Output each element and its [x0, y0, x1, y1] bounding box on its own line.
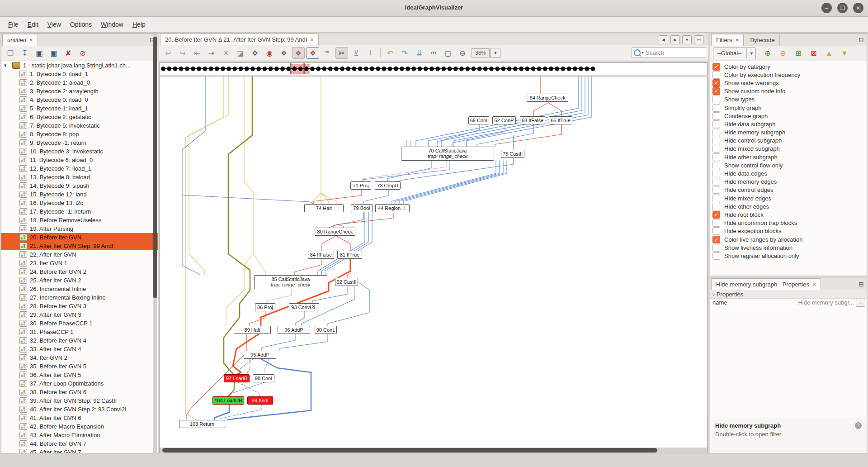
move-filter-down-icon[interactable]: ▼	[838, 48, 851, 59]
pan-mode-icon[interactable]: ✥	[249, 47, 261, 59]
extract-nodes-icon[interactable]: ◉	[263, 47, 276, 59]
tree-item[interactable]: 6. Bytecode 2: getstatic	[1, 113, 158, 121]
filter-item-color-by-execution-frequency[interactable]: Color by execution frequency	[710, 71, 867, 79]
checkbox-icon[interactable]	[712, 129, 720, 136]
remove-filter-set-icon[interactable]: ⊖	[777, 48, 789, 59]
color-cluster-view-icon[interactable]: ❖	[307, 47, 319, 59]
graph-node-78-cmpu[interactable]: 78 CmpU	[375, 181, 401, 190]
filter-scope-combobox[interactable]: --Global-- ▼	[713, 48, 756, 59]
minimize-panel-icon[interactable]: ⊟	[859, 36, 864, 43]
filter-item-condense-graph[interactable]: Condense graph	[710, 112, 867, 120]
tree-item[interactable]: 18. Before RemoveUseless	[1, 216, 158, 224]
filter-item-simplify-graph[interactable]: Simplify graph	[710, 104, 867, 112]
undo-icon[interactable]: ↶	[384, 47, 396, 59]
filter-item-show-custom-node-info[interactable]: ✓Show custom node info	[710, 87, 867, 95]
graph-node-44-region[interactable]: 44 Region⚠	[375, 204, 410, 212]
tree-item[interactable]: 28. Before Iter GVN 3	[1, 302, 158, 310]
filter-item-hide-other-subgraph[interactable]: Hide other subgraph	[710, 153, 867, 161]
rectangle-select-icon[interactable]: ▢	[442, 47, 454, 59]
tree-item[interactable]: 10. Bytecode 3: invokestatic	[1, 147, 158, 156]
filter-item-hide-data-subgraph[interactable]: Hide data subgraph	[710, 120, 867, 128]
new-filter-icon[interactable]: ⊞	[792, 48, 805, 59]
tree-item[interactable]: 43. After Macro Elimination	[1, 431, 158, 439]
search-input[interactable]: ▾Search	[632, 48, 706, 57]
filter-item-show-node-warnings[interactable]: ✓Show node warnings	[710, 79, 867, 87]
checkbox-icon[interactable]: ✓	[712, 87, 720, 95]
tree-item[interactable]: 26. Incremental Inline	[1, 285, 158, 293]
tree-item[interactable]: 1. Bytecode 0: iload_1	[1, 70, 158, 78]
graph-node-98-coni[interactable]: 98 ConI	[253, 374, 274, 382]
tree-item[interactable]: 13. Bytecode 8: baload	[1, 173, 158, 181]
graph-node-90-conl[interactable]: 90 ConL	[315, 326, 337, 334]
zoom-combobox[interactable]: 36%▼	[472, 48, 500, 58]
checkbox-icon[interactable]	[712, 153, 720, 161]
tree-item[interactable]: 16. Bytecode 13: i2c	[1, 199, 158, 207]
save-icon[interactable]: ▣	[33, 48, 46, 59]
graph-node-65-iftrue[interactable]: 65 IfTrue	[549, 116, 572, 124]
tree-item[interactable]: 3. Bytecode 2: arraylength	[1, 87, 158, 95]
canvas-hscrollbar[interactable]	[160, 448, 707, 453]
tree-item[interactable]: 36. After Iter GVN 5	[1, 371, 158, 379]
graph-node-86-proj[interactable]: 86 Proj	[255, 303, 275, 311]
menu-edit[interactable]: Edit	[23, 19, 43, 30]
tab-untitled[interactable]: untitled ×	[2, 34, 38, 46]
close-icon[interactable]: ×	[735, 37, 739, 43]
tree-item[interactable]: 14. Bytecode 9: sipush	[1, 181, 158, 190]
filter-item-show-control-flow-only[interactable]: Show control flow only	[710, 161, 867, 169]
tree-item[interactable]: 22. After Iter GVN	[1, 250, 158, 259]
properties-section-header[interactable]: ▽ Properties	[710, 290, 867, 299]
graph-node-71-proj[interactable]: 71 Proj	[350, 181, 371, 190]
edit-value-button[interactable]: ...	[856, 299, 865, 307]
interference-view-icon[interactable]: I	[364, 47, 377, 59]
filter-item-show-liveness-information[interactable]: Show liveness information	[710, 243, 867, 252]
filter-item-hide-data-edges[interactable]: Hide data edges	[710, 169, 867, 177]
checkbox-icon[interactable]	[712, 95, 720, 103]
import-graph-icon[interactable]: ↧	[19, 48, 31, 59]
diff-timeline[interactable]	[159, 62, 708, 75]
checkbox-icon[interactable]	[712, 178, 720, 186]
graph-node-64-rangecheck[interactable]: 64 RangeCheck	[527, 94, 568, 102]
tab-filters[interactable]: Filters ×	[711, 34, 744, 46]
graph-node-80-rangecheck[interactable]: 80 RangeCheck	[315, 228, 355, 236]
tree-item[interactable]: 42. Before Macro Expansion	[1, 422, 158, 431]
filter-item-show-register-allocation-only[interactable]: Show register allocation only	[710, 252, 867, 260]
property-row[interactable]: name Hide memory subgr... ...	[710, 298, 867, 307]
checkbox-icon[interactable]	[712, 186, 720, 194]
maximize-button[interactable]: ❐	[837, 3, 848, 13]
tree-item[interactable]: 2. Bytecode 1: aload_0	[1, 78, 158, 87]
graph-node-84-iffalse[interactable]: 84 IfFalse	[308, 251, 334, 259]
tab-bytecode[interactable]: Bytecode	[745, 34, 779, 46]
checkbox-icon[interactable]: ✓	[712, 63, 720, 71]
checkbox-icon[interactable]	[712, 195, 720, 202]
graph-node-89-halt[interactable]: 89 Halt	[234, 326, 271, 334]
tree-item[interactable]: 8. Bytecode 8: pop	[1, 130, 158, 138]
tree-item[interactable]: 19. After Parsing	[1, 224, 158, 233]
menu-file[interactable]: File	[4, 19, 23, 30]
tab-properties[interactable]: Hide memory subgraph - Properties ×	[711, 278, 821, 291]
chevron-down-icon[interactable]: ▾	[642, 51, 644, 55]
filter-item-hide-control-subgraph[interactable]: Hide control subgraph	[710, 137, 867, 145]
filter-item-hide-other-edges[interactable]: Hide other edges	[710, 202, 867, 210]
menu-help[interactable]: Help	[128, 19, 150, 30]
checkbox-icon[interactable]	[712, 137, 720, 144]
go-forward-icon[interactable]: ↪	[176, 47, 189, 59]
tree-item[interactable]: 15. Bytecode 12: iand	[1, 190, 158, 199]
next-graph-icon[interactable]: ⇥	[205, 47, 218, 59]
close-icon[interactable]: ×	[812, 281, 816, 288]
graph-node-75-castii[interactable]: 75 CastII	[501, 150, 524, 158]
stacked-blocks-view-icon[interactable]: ≡	[321, 47, 334, 59]
tree-item[interactable]: 12. Bytecode 7: iload_1	[1, 164, 158, 173]
tree-item[interactable]: 25. After Iter GVN 2	[1, 276, 158, 285]
condense-view-icon[interactable]: ⊻	[350, 47, 363, 59]
filter-item-show-types[interactable]: Show types	[710, 95, 867, 104]
tree-item[interactable]: 37. After Loop Optimizations	[1, 379, 158, 388]
go-back-icon[interactable]: ↩	[162, 47, 175, 59]
graph-node-79-bool[interactable]: 79 Bool	[351, 204, 373, 212]
graph-node-68-iffalse[interactable]: 68 IfFalse	[520, 116, 545, 124]
checkbox-icon[interactable]	[712, 244, 720, 252]
filter-item-hide-memory-subgraph[interactable]: Hide memory subgraph	[710, 129, 867, 137]
filter-item-hide-root-block[interactable]: ✓Hide root block	[710, 210, 867, 219]
tree-item[interactable]: 30. Before PhaseCCP 1	[1, 319, 158, 328]
tree-scrollbar[interactable]	[153, 34, 157, 453]
filter-item-hide-mixed-subgraph[interactable]: Hide mixed subgraph	[710, 145, 867, 153]
